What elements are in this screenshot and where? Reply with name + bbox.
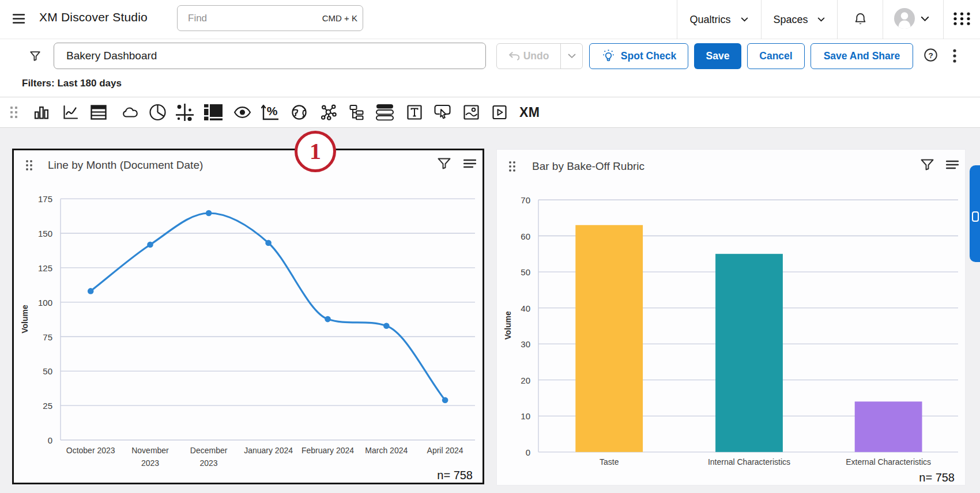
svg-text:%: %: [267, 104, 278, 117]
svg-text:40: 40: [521, 304, 530, 313]
svg-text:20: 20: [521, 376, 530, 385]
svg-text:0: 0: [526, 448, 530, 457]
svg-text:Taste: Taste: [600, 457, 619, 467]
svg-text:Volume: Volume: [503, 311, 512, 340]
svg-text:70: 70: [521, 195, 530, 205]
svg-text:Internal Characteristics: Internal Characteristics: [708, 457, 790, 467]
svg-text:30: 30: [521, 339, 530, 349]
svg-text:50: 50: [521, 267, 530, 277]
svg-text:?: ?: [928, 51, 933, 60]
svg-text:n= 758: n= 758: [919, 471, 955, 484]
svg-text:External Characteristics: External Characteristics: [846, 457, 931, 467]
svg-text:10: 10: [521, 411, 530, 421]
svg-text:60: 60: [521, 232, 530, 241]
